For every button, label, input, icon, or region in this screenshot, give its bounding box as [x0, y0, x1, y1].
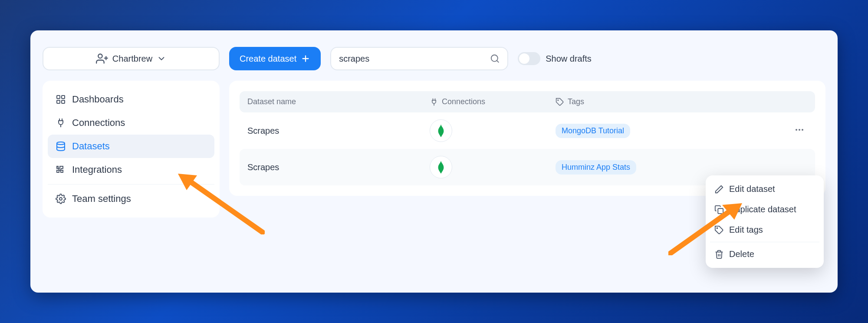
sidebar-item-integrations[interactable]: Integrations	[48, 158, 214, 181]
sidebar-item-label: Datasets	[72, 141, 110, 152]
svg-point-13	[799, 129, 800, 131]
menu-item-edit-dataset[interactable]: Edit dataset	[710, 179, 819, 199]
pencil-icon	[714, 185, 724, 194]
menu-item-edit-tags[interactable]: Edit tags	[710, 220, 819, 240]
mongodb-icon	[430, 156, 452, 178]
app-window: Chartbrew Create dataset Show drafts Das…	[30, 30, 838, 293]
tag-icon	[556, 98, 564, 106]
tag-icon	[714, 225, 724, 235]
team-dropdown-label: Chartbrew	[112, 54, 152, 64]
mongodb-icon	[430, 119, 452, 142]
search-icon	[490, 53, 500, 64]
menu-item-label: Duplicate dataset	[729, 204, 796, 214]
col-header-name: Dataset name	[247, 97, 412, 106]
row-more-button[interactable]	[792, 122, 807, 140]
sidebar-item-team-settings[interactable]: Team settings	[48, 187, 214, 211]
sidebar-item-label: Team settings	[72, 193, 131, 204]
plug-icon	[430, 98, 438, 106]
dataset-connection	[430, 119, 538, 142]
dataset-name: Scrapes	[247, 126, 412, 136]
more-horizontal-icon	[794, 125, 805, 135]
svg-rect-7	[57, 100, 60, 103]
svg-point-16	[717, 227, 718, 228]
svg-point-0	[98, 54, 102, 58]
dataset-tags: MongoDB Tutorial	[556, 124, 774, 138]
menu-item-label: Delete	[729, 249, 754, 259]
svg-rect-6	[62, 96, 65, 99]
menu-item-label: Edit dataset	[729, 184, 775, 194]
table-row[interactable]: Scrapes MongoDB Tutorial	[240, 112, 815, 149]
dashboards-icon	[56, 94, 66, 105]
puzzle-icon	[56, 165, 66, 175]
chevron-down-icon	[157, 54, 166, 63]
menu-item-label: Edit tags	[729, 225, 763, 235]
sidebar-item-label: Connections	[72, 117, 125, 129]
create-dataset-button[interactable]: Create dataset	[229, 47, 321, 70]
team-dropdown[interactable]: Chartbrew	[43, 47, 220, 70]
sidebar-divider	[48, 184, 214, 185]
svg-point-14	[802, 129, 803, 131]
copy-icon	[714, 205, 724, 214]
col-header-connections: Connections	[430, 97, 538, 106]
svg-point-12	[796, 129, 797, 131]
sidebar: Dashboards Connections Datasets Integrat…	[43, 81, 220, 218]
search-input[interactable]	[339, 54, 490, 64]
gear-icon	[56, 194, 66, 204]
svg-line-4	[496, 60, 498, 62]
tag[interactable]: Humminz App Stats	[556, 160, 636, 175]
sidebar-item-connections[interactable]: Connections	[48, 111, 214, 135]
context-menu: Edit dataset Duplicate dataset Edit tags…	[706, 175, 824, 268]
tag[interactable]: MongoDB Tutorial	[556, 124, 630, 138]
plug-icon	[56, 118, 66, 128]
users-icon	[96, 53, 108, 65]
menu-divider	[710, 242, 819, 242]
svg-point-9	[57, 142, 65, 145]
show-drafts-toggle[interactable]	[518, 52, 540, 65]
svg-rect-15	[718, 208, 723, 214]
svg-rect-8	[62, 100, 65, 103]
sidebar-item-label: Integrations	[72, 164, 122, 175]
svg-point-10	[59, 198, 62, 200]
svg-rect-5	[57, 96, 60, 99]
top-bar: Chartbrew Create dataset Show drafts	[43, 47, 825, 70]
sidebar-item-datasets[interactable]: Datasets	[48, 135, 214, 158]
menu-item-delete[interactable]: Delete	[710, 244, 819, 264]
sidebar-item-dashboards[interactable]: Dashboards	[48, 88, 214, 111]
dataset-tags: Humminz App Stats	[556, 160, 774, 175]
table-header: Dataset name Connections Tags	[240, 91, 815, 112]
col-header-tags-label: Tags	[568, 97, 584, 106]
database-icon	[56, 141, 66, 152]
create-dataset-label: Create dataset	[240, 54, 296, 64]
col-header-tags: Tags	[556, 97, 807, 106]
col-header-connections-label: Connections	[442, 97, 485, 106]
menu-item-duplicate-dataset[interactable]: Duplicate dataset	[710, 199, 819, 220]
show-drafts-label: Show drafts	[546, 54, 592, 64]
search-box	[330, 47, 508, 70]
plus-icon	[301, 54, 310, 63]
dataset-name: Scrapes	[247, 162, 412, 172]
trash-icon	[714, 250, 724, 259]
sidebar-item-label: Dashboards	[72, 94, 124, 105]
svg-point-11	[558, 100, 559, 101]
show-drafts-toggle-wrap: Show drafts	[518, 52, 592, 65]
dataset-connection	[430, 156, 538, 178]
